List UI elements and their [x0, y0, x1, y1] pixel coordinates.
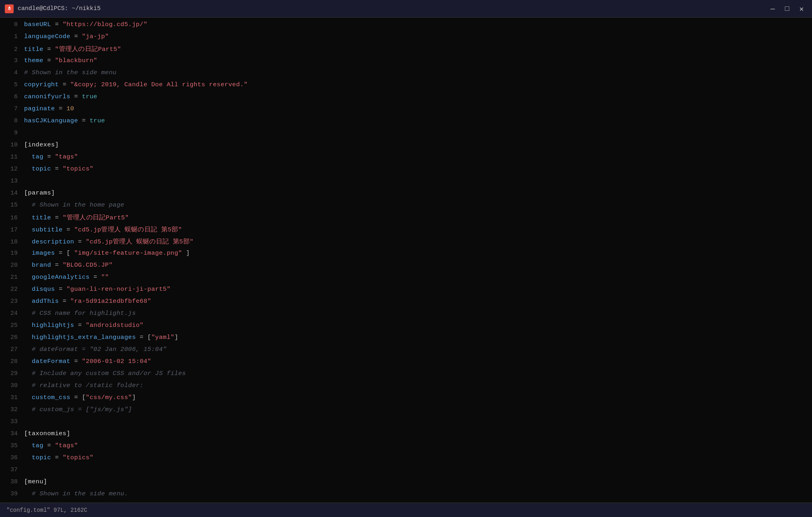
token: =: [70, 33, 82, 40]
line-content: addThis = "ra-5d91a21edbfbfe68": [24, 298, 151, 305]
token: dateFormat: [32, 358, 70, 365]
token: "cd5.jp管理人 蜈蜒の日記 第5部": [74, 226, 182, 233]
line-content: title = "管理人の日記Part5": [24, 45, 121, 53]
token: true: [89, 117, 105, 124]
editor-line: 37: [0, 466, 812, 478]
token: [24, 165, 32, 172]
token: =: [70, 358, 82, 365]
close-button[interactable]: ✕: [796, 3, 807, 14]
line-content: canonifyurls = true: [24, 93, 97, 100]
token: [taxonomies]: [24, 430, 70, 437]
token: title: [24, 46, 43, 53]
line-number: 15: [3, 202, 18, 209]
line-content: # Shown in the home page: [24, 201, 124, 209]
line-number: 21: [3, 274, 18, 281]
line-content: copyright = "&copy; 2019, Candle Doe All…: [24, 81, 248, 88]
editor-line: 34[taxonomies]: [0, 430, 812, 442]
token: [24, 406, 32, 413]
line-number: 39: [3, 491, 18, 497]
token: # dateFormat = "02 Jan 2006, 15:04": [32, 346, 166, 353]
line-number: 27: [3, 346, 18, 353]
token: "tags": [55, 153, 78, 160]
editor-line: 25 highlightjs = "androidstudio": [0, 322, 812, 334]
line-number: 5: [3, 81, 18, 88]
token: [24, 310, 32, 317]
line-content: [24, 466, 28, 473]
editor-line: 16 title = "管理人の日記Part5": [0, 213, 812, 225]
token: =: [55, 286, 67, 293]
line-content: tag = "tags": [24, 153, 78, 160]
token: [24, 382, 32, 389]
editor-line: 1languageCode = "ja-jp": [0, 33, 812, 45]
line-number: 9: [3, 130, 18, 136]
token: =: [89, 274, 101, 281]
token: ]: [174, 334, 178, 341]
token: [24, 201, 32, 209]
token: [24, 358, 32, 365]
status-bar: "config.toml" 97L, 2162C: [0, 503, 812, 517]
editor-line: 9: [0, 129, 812, 141]
line-content: [indexes]: [24, 141, 59, 148]
editor-line: 14[params]: [0, 189, 812, 201]
token: custom_css: [32, 394, 70, 401]
token: # CSS name for highlight.js: [32, 310, 136, 317]
token: [24, 249, 32, 257]
line-number: 20: [3, 262, 18, 269]
token: [24, 322, 32, 329]
token: [24, 153, 32, 160]
token: "cd5.jp管理人 蜈蜒の日記 第5部": [86, 238, 194, 245]
token: "css/my.css": [86, 394, 132, 401]
token: =: [55, 249, 67, 257]
token: =: [51, 214, 63, 221]
token: [indexes]: [24, 141, 59, 148]
token: theme: [24, 57, 43, 64]
token: [24, 334, 32, 341]
editor-line: 26 highlightjs_extra_languages = ["yaml"…: [0, 334, 812, 346]
editor-line: 33: [0, 418, 812, 430]
editor-line: 31 custom_css = ["css/my.css"]: [0, 394, 812, 406]
token: hasCJKLanguage: [24, 117, 78, 124]
token: # relative to /static folder:: [32, 382, 144, 389]
minimize-button[interactable]: —: [767, 3, 778, 14]
line-number: 34: [3, 430, 18, 437]
token: =: [74, 322, 86, 329]
line-content: description = "cd5.jp管理人 蜈蜒の日記 第5部": [24, 237, 194, 246]
token: =: [51, 262, 63, 269]
line-content: highlightjs = "androidstudio": [24, 322, 144, 329]
line-content: dateFormat = "2006-01-02 15:04": [24, 358, 151, 365]
line-content: brand = "BLOG.CD5.JP": [24, 262, 113, 269]
token: "2006-01-02 15:04": [82, 358, 151, 365]
line-number: 30: [3, 382, 18, 389]
editor-line: 15 # Shown in the home page: [0, 201, 812, 213]
token: =: [43, 153, 55, 160]
token: =: [51, 454, 63, 461]
line-number: 33: [3, 418, 18, 425]
window-title: candle@CdlPCS: ~/nikki5: [18, 5, 763, 12]
line-number: 37: [3, 466, 18, 473]
line-number: 17: [3, 227, 18, 233]
editor-line: 32 # custom_js = ["js/my.js"]: [0, 406, 812, 418]
line-content: title = "管理人の日記Part5": [24, 213, 129, 222]
token: [params]: [24, 189, 55, 197]
editor-line: 36 topic = "topics": [0, 454, 812, 466]
line-number: 35: [3, 442, 18, 449]
token: googleAnalytics: [32, 274, 89, 281]
token: "管理人の日記Part5": [55, 46, 121, 53]
line-number: 11: [3, 154, 18, 160]
editor-line: 3theme = "blackburn": [0, 57, 812, 69]
token: [24, 346, 32, 353]
line-number: 13: [3, 178, 18, 184]
token: =: [43, 57, 55, 64]
token: copyright: [24, 81, 59, 88]
line-content: [menu]: [24, 478, 47, 485]
editor-line: 22 disqus = "guan-li-ren-nori-ji-part5": [0, 286, 812, 298]
maximize-button[interactable]: □: [782, 3, 793, 14]
editor-line: 11 tag = "tags": [0, 153, 812, 165]
token: topic: [32, 454, 51, 461]
editor-line: 13: [0, 177, 812, 189]
token: title: [32, 214, 51, 221]
line-content: languageCode = "ja-jp": [24, 33, 109, 40]
editor-line: 24 # CSS name for highlight.js: [0, 310, 812, 322]
token: =: [74, 238, 86, 245]
line-content: # Include any custom CSS and/or JS files: [24, 370, 186, 377]
